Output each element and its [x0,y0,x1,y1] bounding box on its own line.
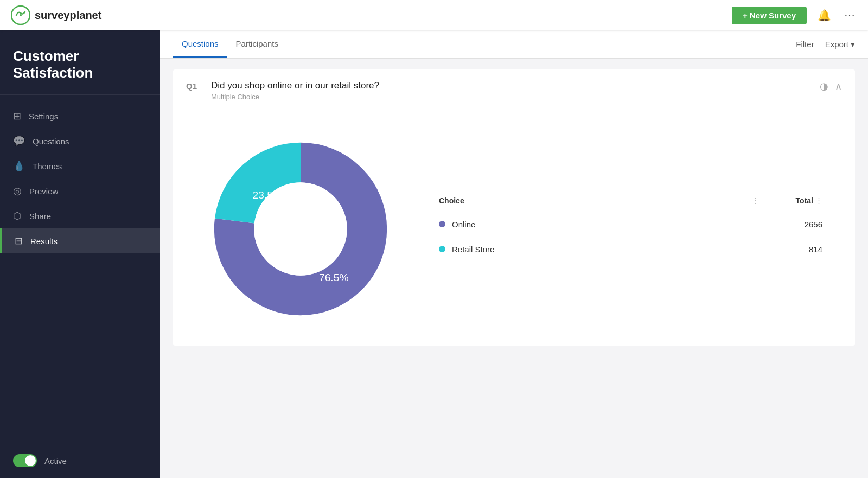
chart-icon[interactable]: ◑ [820,80,828,92]
sidebar-label-results: Results [30,237,58,246]
legend-header: Choice ⋮ Total ⋮ [439,196,822,212]
themes-icon: 💧 [13,160,25,172]
legend-row-online: Online 2656 [439,212,822,237]
online-label: Online [452,220,768,229]
active-toggle[interactable] [13,454,37,467]
donut-chart: 76.5% 23.5% [206,134,395,324]
total-sort-icon[interactable]: ⋮ [815,196,822,205]
notifications-icon[interactable]: 🔔 [815,7,833,24]
sidebar-item-questions[interactable]: 💬 Questions [0,129,160,154]
online-total: 2656 [768,220,822,229]
filter-button[interactable]: Filter [796,40,814,49]
export-button[interactable]: Export ▾ [825,40,855,49]
app-name: surveyplanet [35,9,101,22]
question-header: Q1 Did you shop online or in our retail … [173,69,855,112]
top-nav: surveyplanet + New Survey 🔔 ⋯ [0,0,868,30]
sidebar-nav: ⊞ Settings 💬 Questions 💧 Themes ◎ Previe… [0,95,160,443]
new-survey-button[interactable]: + New Survey [732,7,807,24]
sidebar-label-share: Share [29,212,51,221]
svg-text:76.5%: 76.5% [319,272,349,283]
main-content: Questions Participants Filter Export ▾ Q… [160,30,868,478]
svg-point-1 [20,14,22,16]
sidebar: Customer Satisfaction ⊞ Settings 💬 Quest… [0,30,160,478]
content-area: Q1 Did you shop online or in our retail … [160,59,868,478]
total-header: Total [759,196,813,205]
sidebar-item-themes[interactable]: 💧 Themes [0,154,160,179]
retail-total: 814 [768,245,822,254]
survey-title: Customer Satisfaction [0,30,160,95]
questions-icon: 💬 [13,135,25,147]
tab-actions: Filter Export ▾ [796,40,855,49]
logo-icon [11,5,30,25]
sidebar-bottom: Active [0,443,160,478]
tab-participants[interactable]: Participants [227,31,287,58]
retail-label: Retail Store [452,245,768,254]
share-icon: ⬡ [13,210,22,222]
choice-sort-icon[interactable]: ⋮ [752,196,759,205]
question-number: Q1 [186,80,202,91]
logo: surveyplanet [11,5,101,25]
chevron-down-icon: ▾ [851,40,855,49]
settings-icon: ⊞ [13,110,21,122]
toggle-thumb [25,455,36,466]
sidebar-label-themes: Themes [33,162,62,171]
question-subtext: Multiple Choice [211,93,811,101]
online-dot [439,221,445,227]
question-text-block: Did you shop online or in our retail sto… [211,80,811,101]
question-actions: ◑ ∧ [820,80,842,92]
results-icon: ⊟ [15,235,23,247]
sidebar-label-settings: Settings [29,112,58,121]
donut-svg: 76.5% 23.5% [206,134,395,324]
legend-row-retail: Retail Store 814 [439,237,822,262]
sidebar-item-results[interactable]: ⊟ Results [0,228,160,253]
chart-area: 76.5% 23.5% Choice ⋮ Total ⋮ [173,112,855,346]
question-text: Did you shop online or in our retail sto… [211,80,811,91]
legend-table: Choice ⋮ Total ⋮ Online 2656 [439,196,822,262]
retail-dot [439,246,445,252]
topnav-right: + New Survey 🔔 ⋯ [732,7,857,24]
svg-text:23.5%: 23.5% [252,189,282,201]
choice-header: Choice [439,196,750,205]
tabs: Questions Participants [173,31,287,57]
sidebar-label-preview: Preview [29,187,58,196]
collapse-icon[interactable]: ∧ [835,80,842,92]
main-layout: Customer Satisfaction ⊞ Settings 💬 Quest… [0,30,868,478]
tab-bar: Questions Participants Filter Export ▾ [160,30,868,59]
active-label: Active [44,456,67,466]
tab-questions[interactable]: Questions [173,31,227,58]
sidebar-item-settings[interactable]: ⊞ Settings [0,104,160,129]
more-options-icon[interactable]: ⋯ [842,7,857,24]
sidebar-item-preview[interactable]: ◎ Preview [0,179,160,203]
sidebar-label-questions: Questions [33,137,69,146]
question-card: Q1 Did you shop online or in our retail … [173,69,855,346]
preview-icon: ◎ [13,185,22,197]
sidebar-item-share[interactable]: ⬡ Share [0,203,160,228]
